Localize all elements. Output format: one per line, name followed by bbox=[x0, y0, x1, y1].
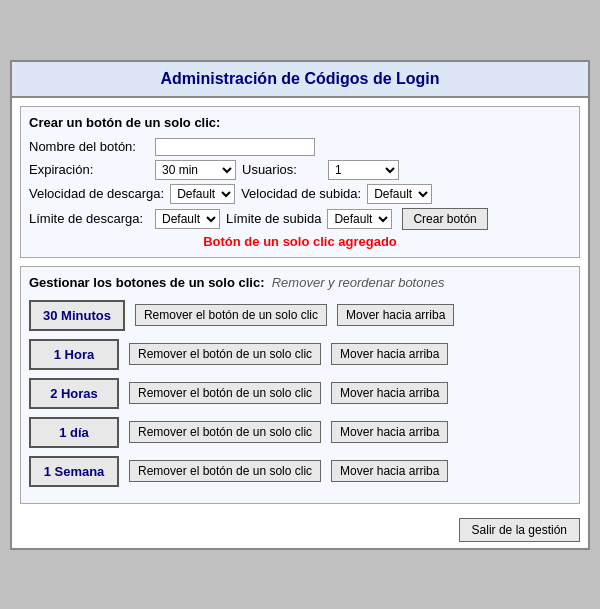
button-row: 30 MinutosRemover el botón de un solo cl… bbox=[29, 300, 571, 331]
move-up-button-4[interactable]: Mover hacia arriba bbox=[331, 460, 448, 482]
one-click-button-3[interactable]: 1 día bbox=[29, 417, 119, 448]
expiracion-usuarios-row: Expiración: 30 min 1 hora 2 horas 1 día … bbox=[29, 160, 571, 180]
create-section-title: Crear un botón de un solo clic: bbox=[29, 115, 571, 130]
main-window: Administración de Códigos de Login Crear… bbox=[10, 60, 590, 550]
nombre-label: Nombre del botón: bbox=[29, 139, 149, 154]
manage-section: Gestionar los botones de un solo clic: R… bbox=[20, 266, 580, 504]
footer-row: Salir de la gestión bbox=[12, 512, 588, 548]
remove-button-3[interactable]: Remover el botón de un solo clic bbox=[129, 421, 321, 443]
nombre-input[interactable] bbox=[155, 138, 315, 156]
salir-button[interactable]: Salir de la gestión bbox=[459, 518, 580, 542]
velocidad-subida-select[interactable]: Default 128k 256k 512k 1M bbox=[367, 184, 432, 204]
one-click-button-2[interactable]: 2 Horas bbox=[29, 378, 119, 409]
success-message: Botón de un solo clic agregado bbox=[29, 234, 571, 249]
manage-title-bold: Gestionar los botones de un solo clic: bbox=[29, 275, 264, 290]
page-title: Administración de Códigos de Login bbox=[12, 62, 588, 98]
move-up-button-0[interactable]: Mover hacia arriba bbox=[337, 304, 454, 326]
one-click-button-4[interactable]: 1 Semana bbox=[29, 456, 119, 487]
manage-section-title: Gestionar los botones de un solo clic: R… bbox=[29, 275, 571, 290]
remove-button-1[interactable]: Remover el botón de un solo clic bbox=[129, 343, 321, 365]
limite-row: Límite de descarga: Default 100MB 500MB … bbox=[29, 208, 571, 230]
usuarios-label: Usuarios: bbox=[242, 162, 322, 177]
usuarios-select[interactable]: 1 2 5 10 Ilimitado bbox=[328, 160, 399, 180]
button-row: 1 HoraRemover el botón de un solo clicMo… bbox=[29, 339, 571, 370]
create-section: Crear un botón de un solo clic: Nombre d… bbox=[20, 106, 580, 258]
crear-boton-button[interactable]: Crear botón bbox=[402, 208, 487, 230]
button-row: 2 HorasRemover el botón de un solo clicM… bbox=[29, 378, 571, 409]
move-up-button-1[interactable]: Mover hacia arriba bbox=[331, 343, 448, 365]
one-click-button-0[interactable]: 30 Minutos bbox=[29, 300, 125, 331]
remove-button-4[interactable]: Remover el botón de un solo clic bbox=[129, 460, 321, 482]
one-click-button-1[interactable]: 1 Hora bbox=[29, 339, 119, 370]
remove-button-0[interactable]: Remover el botón de un solo clic bbox=[135, 304, 327, 326]
button-row: 1 díaRemover el botón de un solo clicMov… bbox=[29, 417, 571, 448]
limite-subida-select[interactable]: Default 100MB 500MB 1GB bbox=[327, 209, 392, 229]
expiracion-label: Expiración: bbox=[29, 162, 149, 177]
expiracion-select[interactable]: 30 min 1 hora 2 horas 1 día 1 Semana bbox=[155, 160, 236, 180]
velocidad-descarga-label: Velocidad de descarga: bbox=[29, 186, 164, 201]
button-row: 1 SemanaRemover el botón de un solo clic… bbox=[29, 456, 571, 487]
limite-descarga-select[interactable]: Default 100MB 500MB 1GB bbox=[155, 209, 220, 229]
velocidad-row: Velocidad de descarga: Default 128k 256k… bbox=[29, 184, 571, 204]
nombre-row: Nombre del botón: bbox=[29, 138, 571, 156]
manage-subtitle: Remover y reordenar botones bbox=[272, 275, 445, 290]
move-up-button-3[interactable]: Mover hacia arriba bbox=[331, 421, 448, 443]
velocidad-descarga-select[interactable]: Default 128k 256k 512k 1M bbox=[170, 184, 235, 204]
remove-button-2[interactable]: Remover el botón de un solo clic bbox=[129, 382, 321, 404]
limite-descarga-label: Límite de descarga: bbox=[29, 211, 149, 226]
button-rows-container: 30 MinutosRemover el botón de un solo cl… bbox=[29, 300, 571, 487]
limite-subida-label: Límite de subida bbox=[226, 211, 321, 226]
move-up-button-2[interactable]: Mover hacia arriba bbox=[331, 382, 448, 404]
velocidad-subida-label: Velocidad de subida: bbox=[241, 186, 361, 201]
